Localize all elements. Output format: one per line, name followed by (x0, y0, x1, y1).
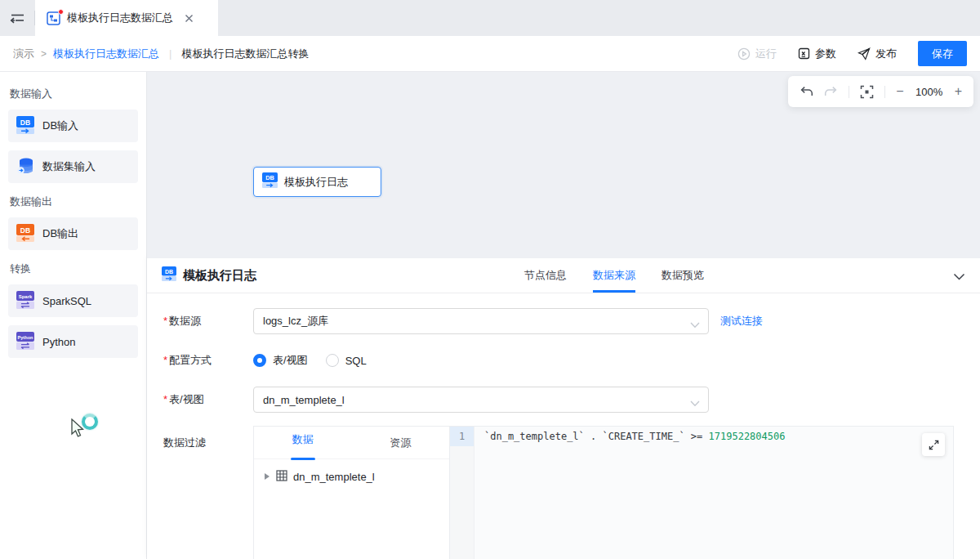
section-title-data-input: 数据输入 (10, 87, 136, 101)
close-icon[interactable] (185, 14, 194, 23)
filter-tabs: 数据 资源 (254, 427, 449, 459)
action-buttons: 运行 参数 发布 保存 (737, 41, 967, 66)
radio-table-view[interactable]: 表/视图 (253, 353, 308, 368)
caret-right-icon[interactable] (264, 471, 270, 483)
palette-item-label: 数据集输入 (42, 159, 96, 174)
spark-sql-icon: Spark (16, 291, 34, 311)
section-title-data-output: 数据输出 (10, 195, 136, 209)
zoom-in-icon[interactable]: + (955, 85, 962, 98)
node-template-log[interactable]: DB 模板执行日志 (253, 167, 381, 197)
flow-canvas[interactable]: − 100% + DB 模板执行日志 (147, 72, 980, 258)
radio-sql[interactable]: SQL (326, 354, 367, 367)
node-label: 模板执行日志 (284, 175, 348, 190)
svg-text:Python: Python (18, 334, 34, 339)
radio-unselected-icon[interactable] (326, 354, 339, 367)
python-icon: Python (16, 332, 34, 352)
publish-button[interactable]: 发布 (858, 47, 897, 61)
config-mode-label: *配置方式 (163, 353, 253, 368)
breadcrumb-separator: > (41, 48, 47, 60)
data-filter-editor: 数据 资源 (253, 426, 954, 559)
divider (849, 86, 849, 98)
tab-data-source[interactable]: 数据来源 (593, 258, 635, 293)
palette-item-db-input[interactable]: DB DB输入 (8, 110, 138, 142)
run-label: 运行 (755, 47, 777, 61)
panel-tabs: 节点信息 数据来源 数据预览 (524, 258, 704, 293)
params-button[interactable]: 参数 (798, 47, 836, 61)
required-mark: * (163, 354, 167, 366)
table-view-label: *表/视图 (163, 392, 253, 407)
fit-view-icon[interactable] (860, 85, 874, 99)
palette-item-dataset-input[interactable]: 数据集输入 (8, 150, 138, 183)
palette-item-db-output[interactable]: DB DB输出 (8, 217, 138, 250)
zoom-out-icon[interactable]: − (896, 85, 903, 98)
code-line: `dn_m_templete_l` . `CREATE_TIME_` >= 17… (474, 427, 953, 446)
datasource-row: *数据源 logs_lcz_源库 测试连接 (163, 308, 980, 334)
chevron-down-icon (690, 319, 700, 331)
tab-bar: 模板执行日志数据汇总 (0, 0, 980, 36)
run-button: 运行 (737, 47, 777, 61)
editor-gutter: 1 (450, 427, 474, 559)
tab-node-info[interactable]: 节点信息 (524, 258, 567, 293)
breadcrumb-divider: | (169, 47, 172, 60)
code-identifiers: `dn_m_templete_l` . `CREATE_TIME_` >= (484, 431, 709, 442)
node-config-panel: DB 模板执行日志 节点信息 数据来源 数据预览 (147, 258, 980, 559)
radio-selected-icon[interactable] (253, 354, 266, 367)
publish-label: 发布 (875, 47, 897, 61)
palette-item-python[interactable]: Python Python (8, 325, 138, 358)
db-input-icon: DB (162, 266, 176, 284)
data-filter-row: 数据过滤 数据 资源 (163, 426, 980, 559)
breadcrumb-root[interactable]: 演示 (13, 47, 34, 61)
divider (884, 86, 885, 98)
save-button[interactable]: 保存 (918, 41, 967, 66)
filter-tab-resource[interactable]: 资源 (352, 427, 450, 458)
datasource-select[interactable]: logs_lcz_源库 (253, 308, 709, 334)
table-view-select[interactable]: dn_m_templete_l (253, 387, 709, 413)
filter-tree-pane: 数据 资源 (254, 427, 450, 559)
tab-title: 模板执行日志数据汇总 (67, 11, 173, 25)
table-view-value: dn_m_templete_l (263, 394, 345, 406)
flow-icon (47, 11, 60, 25)
line-number: 1 (450, 427, 474, 446)
datasource-label: *数据源 (163, 314, 253, 329)
data-filter-label: 数据过滤 (163, 426, 253, 450)
collapse-sidebar-icon[interactable] (0, 0, 34, 36)
collapse-panel-icon[interactable] (953, 270, 965, 284)
config-form: *数据源 logs_lcz_源库 测试连接 (147, 293, 980, 559)
filter-code-editor[interactable]: `dn_m_templete_l` . `CREATE_TIME_` >= 17… (474, 427, 953, 559)
workspace-column: − 100% + DB 模板执行日志 (147, 72, 980, 559)
palette-item-label: SparkSQL (42, 295, 91, 307)
dataset-input-icon (16, 157, 34, 177)
palette-item-label: DB输入 (42, 119, 78, 133)
config-mode-options: 表/视图 SQL (253, 347, 367, 373)
zoom-level: 100% (915, 86, 944, 98)
page-subtitle: 模板执行日志数据汇总转换 (181, 47, 309, 61)
breadcrumb-bar: 演示 > 模板执行日志数据汇总 | 模板执行日志数据汇总转换 运行 参数 (0, 36, 980, 72)
svg-text:DB: DB (20, 118, 30, 126)
unsaved-dot (58, 9, 64, 15)
tree-item-label: dn_m_templete_l (293, 471, 375, 483)
filter-tab-data[interactable]: 数据 (254, 427, 352, 458)
test-connection-link[interactable]: 测试连接 (720, 314, 763, 329)
section-title-transform: 转换 (10, 262, 136, 276)
palette-item-label: DB输出 (42, 226, 78, 241)
tab-data-preview[interactable]: 数据预览 (662, 258, 704, 293)
node-palette-sidebar: 数据输入 DB DB输入 (0, 72, 147, 559)
db-input-icon: DB (262, 172, 278, 191)
panel-header: DB 模板执行日志 节点信息 数据来源 数据预览 (147, 258, 980, 293)
datasource-value: logs_lcz_源库 (263, 314, 328, 329)
canvas-toolbar: − 100% + (788, 76, 973, 107)
undo-icon[interactable] (800, 85, 813, 98)
table-view-row: *表/视图 dn_m_templete_l (163, 387, 980, 413)
code-number: 1719522804506 (709, 431, 786, 442)
app-window: 模板执行日志数据汇总 演示 > 模板执行日志数据汇总 | 模板执行日志数据汇总转… (0, 0, 980, 559)
required-mark: * (163, 393, 167, 405)
tab-template-log[interactable]: 模板执行日志数据汇总 (35, 0, 218, 36)
breadcrumb-current[interactable]: 模板执行日志数据汇总 (53, 47, 159, 61)
main-area: 数据输入 DB DB输入 (0, 72, 980, 559)
table-grid-icon (276, 470, 287, 484)
tree-item-table[interactable]: dn_m_templete_l (254, 459, 449, 484)
svg-text:Spark: Spark (19, 293, 33, 298)
expand-editor-icon[interactable] (922, 433, 945, 456)
redo-icon (824, 85, 838, 98)
palette-item-sparksql[interactable]: Spark SparkSQL (8, 284, 138, 317)
